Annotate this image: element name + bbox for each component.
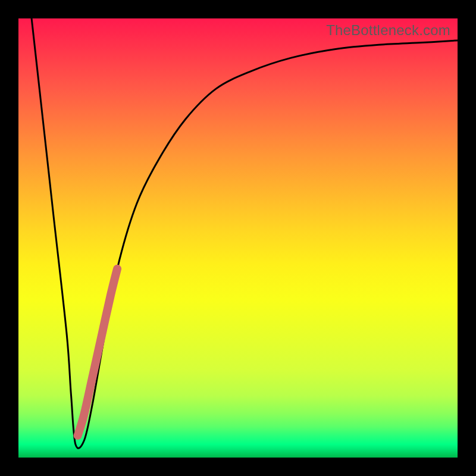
highlight-segment-path xyxy=(78,269,118,436)
chart-frame: TheBottleneck.com xyxy=(0,0,476,476)
bottleneck-curve-path xyxy=(32,18,458,448)
chart-svg xyxy=(18,18,458,458)
plot-area: TheBottleneck.com xyxy=(18,18,458,458)
